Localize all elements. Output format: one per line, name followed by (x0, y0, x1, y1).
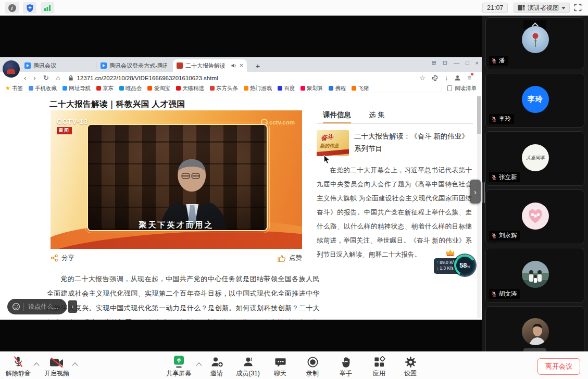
reading-list-button[interactable]: 阅读清单 (442, 85, 477, 92)
chat-button[interactable]: 聊天 (267, 356, 294, 378)
start-video-button[interactable]: 开启视频 (42, 356, 72, 378)
share-screen-button[interactable]: 共享屏幕 (162, 356, 195, 378)
bookmark-item[interactable]: 热门游戏 (244, 85, 272, 92)
bookmark-item[interactable]: ★书签 (5, 85, 23, 92)
participant-tile[interactable]: 大喜同享 张立新 (485, 131, 584, 186)
fullscreen-icon (574, 4, 582, 11)
thumbs-up-icon (277, 254, 286, 262)
participant-tile[interactable]: 胡文涛 (485, 248, 584, 302)
apps-button[interactable]: 应用 (366, 356, 393, 378)
participant-tile[interactable] (485, 306, 584, 351)
emoji-smiley-icon[interactable] (12, 302, 20, 311)
courseware-item[interactable]: 奋斗 新的伟业 二十大报告解读：《奋斗 新的伟业》系列节目 (317, 130, 473, 156)
settings-button[interactable]: 设置 (397, 356, 424, 378)
browser-extra-icon[interactable]: ⊡ (443, 59, 447, 66)
browser-tab-2[interactable]: 腾讯会议登录方式-腾讯会议 (97, 59, 171, 72)
window-close-icon[interactable]: × (476, 60, 479, 66)
share-button[interactable]: 分享 (51, 254, 74, 262)
members-button[interactable]: 成员(31) (231, 356, 265, 378)
browser-menu-icon[interactable]: ≡ (467, 74, 471, 82)
watermark-text: cctv.com (269, 119, 295, 125)
bookmark-item[interactable]: 携程 (329, 85, 346, 92)
shared-browser-window: 腾讯会议 腾讯会议登录方式-腾讯会议 二十大报告解读｜科教兴国 人才强国 × +… (0, 57, 482, 320)
participant-tile[interactable]: 刘永辉 (485, 190, 584, 244)
bookmark-label: 热门游戏 (250, 85, 272, 92)
scrollbar-thumb[interactable] (477, 96, 481, 134)
browser-tab-active[interactable]: 二十大报告解读｜科教兴国 人才强国 × (173, 59, 247, 72)
new-tab-button[interactable]: + (252, 60, 264, 71)
meeting-info-button[interactable]: i (5, 2, 19, 14)
button-label: 设置 (404, 369, 417, 378)
view-mode-selector[interactable]: 演讲者视图 (514, 3, 570, 13)
button-label: 举手 (340, 369, 352, 378)
info-icon: i (8, 4, 16, 12)
bookmark-item[interactable]: 京东 (96, 85, 114, 92)
tab-courseware-info[interactable]: 课件信息 (323, 110, 351, 123)
quick-chat-bar[interactable]: 说点什么... (7, 299, 67, 314)
bookmark-item[interactable]: 飞猪 (352, 85, 369, 92)
bookmark-item[interactable]: 东方头条 (210, 85, 238, 92)
fullscreen-button[interactable] (574, 4, 582, 14)
favicon (352, 86, 356, 91)
rose-avatar-art (530, 31, 541, 49)
browser-tabstrip: 腾讯会议 腾讯会议登录方式-腾讯会议 二十大报告解读｜科教兴国 人才强国 × +… (0, 57, 482, 72)
invite-button[interactable]: 邀请 (203, 356, 230, 378)
unmute-button[interactable]: 解除静音 (3, 356, 33, 378)
upload-speed: 89.0 K/s (440, 260, 456, 266)
like-button[interactable]: 点赞 (277, 254, 302, 262)
profile-icon[interactable] (454, 74, 461, 81)
url-field[interactable]: 12371.cn/2022/10/28/VIDE1666963201610623… (68, 74, 419, 81)
addressbar-actions: ☆ ↓ ≡ (419, 74, 471, 82)
video-options-caret[interactable] (72, 362, 78, 368)
security-shield-button[interactable] (23, 2, 36, 14)
extensions-icon[interactable] (432, 74, 439, 81)
participant-tile[interactable]: 潘 (485, 17, 584, 69)
bookmark-item[interactable]: 天猫精选 (176, 85, 204, 92)
favicon (147, 86, 152, 91)
window-minimize-icon[interactable]: — (454, 60, 459, 66)
home-icon[interactable]: ⌂ (56, 74, 60, 82)
chat-input-placeholder[interactable]: 说点什么... (28, 302, 58, 311)
network-quality-button[interactable] (41, 2, 54, 14)
bookmark-label: 爱淘宝 (154, 85, 170, 92)
bookmark-item[interactable]: 网址导航 (62, 85, 91, 92)
page-scrollbar[interactable] (477, 96, 481, 318)
forward-icon[interactable]: › (33, 74, 35, 82)
panel-expand-button[interactable]: › (470, 180, 481, 204)
shared-screen-stage: 腾讯会议 腾讯会议登录方式-腾讯会议 二十大报告解读｜科教兴国 人才强国 × +… (0, 16, 482, 351)
leave-meeting-button[interactable]: 离开会议 (537, 358, 580, 375)
browser-tab-1[interactable]: 腾讯会议 (21, 59, 95, 72)
browser-extra-icon[interactable]: ⊞ (431, 59, 436, 66)
tab-episodes[interactable]: 选集 (369, 110, 387, 123)
share-options-caret[interactable] (196, 362, 202, 368)
tencent-meeting-favicon (101, 62, 107, 69)
bookmark-item[interactable]: 手机收藏 (29, 85, 57, 92)
browser-profile-avatar[interactable] (3, 60, 20, 78)
bookmark-item[interactable]: 唯品会 (119, 85, 142, 92)
participants-sidebar: 潘 李玲 李玲 大喜同享 张立新 刘永辉 (482, 16, 588, 351)
bookmark-star-icon[interactable]: ☆ (419, 74, 426, 82)
window-maximize-icon[interactable]: □ (466, 60, 469, 66)
mic-options-caret[interactable] (33, 362, 39, 368)
participant-tile[interactable]: 李玲 李玲 (485, 73, 584, 128)
bookmark-item[interactable]: 聚划算 (301, 85, 323, 92)
raise-hand-button[interactable]: 举手 (332, 356, 359, 378)
tab-close-icon[interactable]: × (240, 62, 243, 69)
favicon (119, 86, 124, 91)
sidebar-scrollbar[interactable] (482, 182, 483, 203)
video-player[interactable]: CCTV-13 新闻 cctv.com (51, 110, 302, 249)
tab-title: 二十大报告解读｜科教兴国 人才强国 (185, 62, 228, 70)
sidebar-scrollbar[interactable] (484, 182, 485, 203)
performance-gauge[interactable]: 58 % (454, 255, 476, 276)
back-icon[interactable]: ‹ (24, 74, 26, 82)
divider (23, 303, 24, 311)
bookmark-label: 手机收藏 (35, 85, 57, 92)
chat-collapse-button[interactable]: ‹ (68, 300, 77, 313)
reload-icon[interactable]: ↻ (43, 74, 49, 82)
download-icon[interactable]: ↓ (445, 74, 448, 82)
avatar (522, 203, 549, 230)
record-button[interactable]: 录制 (299, 356, 326, 378)
tab-audio-icon[interactable] (231, 62, 237, 69)
bookmark-item[interactable]: 百度 (278, 85, 295, 92)
bookmark-item[interactable]: 爱淘宝 (147, 85, 170, 92)
